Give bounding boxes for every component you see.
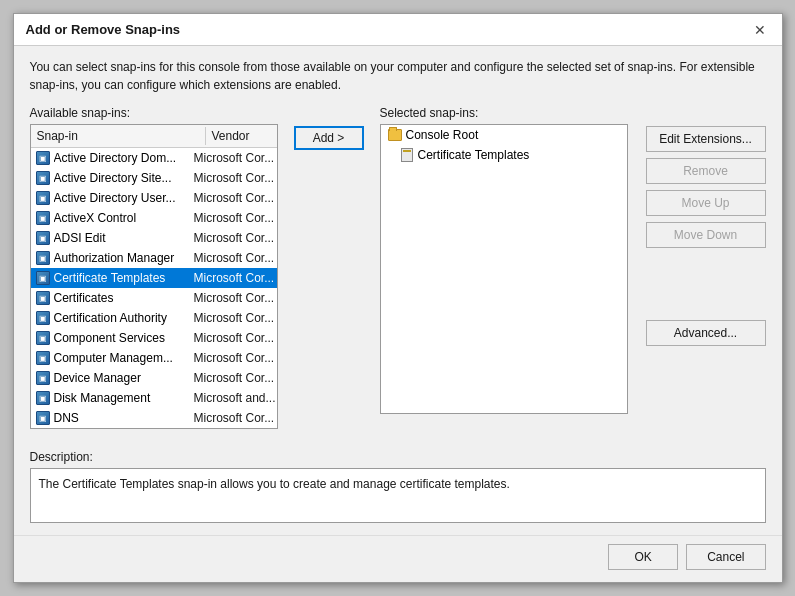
move-up-button[interactable]: Move Up [646, 190, 766, 216]
available-list-item[interactable]: ▣CertificatesMicrosoft Cor... [31, 288, 277, 308]
description-label: Description: [30, 450, 766, 464]
snap-in-icon: ▣ [35, 170, 51, 186]
selected-list: Console RootCertificate Templates [380, 124, 628, 414]
ok-button[interactable]: OK [608, 544, 678, 570]
available-scroll-area[interactable]: ▣Active Directory Dom...Microsoft Cor...… [31, 148, 277, 428]
move-down-button[interactable]: Move Down [646, 222, 766, 248]
snap-in-name: Disk Management [54, 391, 194, 405]
available-panel-label: Available snap-ins: [30, 106, 278, 120]
edit-extensions-button[interactable]: Edit Extensions... [646, 126, 766, 152]
snap-in-icon: ▣ [35, 330, 51, 346]
available-list-item[interactable]: ▣Disk ManagementMicrosoft and... [31, 388, 277, 408]
snap-in-icon: ▣ [35, 190, 51, 206]
middle-panel: Add > [286, 126, 372, 150]
panels-row: Available snap-ins: Snap-in Vendor ▣Acti… [30, 106, 766, 438]
snap-in-vendor: Microsoft and... [194, 391, 277, 405]
snap-in-icon: ▣ [35, 150, 51, 166]
description-section: Description: The Certificate Templates s… [30, 450, 766, 523]
cancel-button[interactable]: Cancel [686, 544, 765, 570]
list-header: Snap-in Vendor [31, 125, 277, 148]
cert-icon [399, 147, 415, 163]
available-list-item[interactable]: ▣Certificate TemplatesMicrosoft Cor... [31, 268, 277, 288]
snap-in-name: Computer Managem... [54, 351, 194, 365]
snap-in-name: Active Directory User... [54, 191, 194, 205]
available-list-item[interactable]: ▣Authorization ManagerMicrosoft Cor... [31, 248, 277, 268]
col-vendor: Vendor [206, 127, 277, 145]
available-list-item[interactable]: ▣DNSMicrosoft Cor... [31, 408, 277, 428]
available-list-item[interactable]: ▣Certification AuthorityMicrosoft Cor... [31, 308, 277, 328]
snap-in-vendor: Microsoft Cor... [194, 271, 277, 285]
snap-in-icon: ▣ [35, 410, 51, 426]
snap-in-name: Device Manager [54, 371, 194, 385]
snap-in-icon: ▣ [35, 210, 51, 226]
snap-in-vendor: Microsoft Cor... [194, 291, 277, 305]
snap-in-icon: ▣ [35, 310, 51, 326]
available-panel: Available snap-ins: Snap-in Vendor ▣Acti… [30, 106, 278, 429]
selected-panel: Selected snap-ins: Console RootCertifica… [380, 106, 628, 414]
selected-item-name: Console Root [406, 128, 479, 142]
snap-in-vendor: Microsoft Cor... [194, 371, 277, 385]
col-snap-in: Snap-in [31, 127, 206, 145]
snap-in-vendor: Microsoft Cor... [194, 351, 277, 365]
snap-in-name: ActiveX Control [54, 211, 194, 225]
snap-in-name: ADSI Edit [54, 231, 194, 245]
available-list-item[interactable]: ▣ActiveX ControlMicrosoft Cor... [31, 208, 277, 228]
snap-in-vendor: Microsoft Cor... [194, 411, 277, 425]
available-list-item[interactable]: ▣Device ManagerMicrosoft Cor... [31, 368, 277, 388]
snap-in-name: Active Directory Dom... [54, 151, 194, 165]
snap-in-name: Active Directory Site... [54, 171, 194, 185]
folder-icon [387, 127, 403, 143]
snap-in-icon: ▣ [35, 270, 51, 286]
snap-in-name: Authorization Manager [54, 251, 194, 265]
snap-in-vendor: Microsoft Cor... [194, 251, 277, 265]
title-bar: Add or Remove Snap-ins ✕ [14, 14, 782, 46]
snap-in-name: DNS [54, 411, 194, 425]
available-list-item[interactable]: ▣Active Directory User...Microsoft Cor..… [31, 188, 277, 208]
advanced-button[interactable]: Advanced... [646, 320, 766, 346]
selected-list-item[interactable]: Certificate Templates [381, 145, 627, 165]
available-list-item[interactable]: ▣Active Directory Site...Microsoft Cor..… [31, 168, 277, 188]
snap-in-icon: ▣ [35, 230, 51, 246]
snap-in-vendor: Microsoft Cor... [194, 211, 277, 225]
remove-button[interactable]: Remove [646, 158, 766, 184]
snap-in-name: Component Services [54, 331, 194, 345]
description-text: The Certificate Templates snap-in allows… [30, 468, 766, 523]
available-list-container: Snap-in Vendor ▣Active Directory Dom...M… [30, 124, 278, 429]
snap-in-icon: ▣ [35, 250, 51, 266]
snap-in-vendor: Microsoft Cor... [194, 311, 277, 325]
snap-in-vendor: Microsoft Cor... [194, 151, 277, 165]
snap-in-name: Certificate Templates [54, 271, 194, 285]
dialog-window: Add or Remove Snap-ins ✕ You can select … [13, 13, 783, 583]
selected-item-name: Certificate Templates [418, 148, 530, 162]
snap-in-vendor: Microsoft Cor... [194, 171, 277, 185]
info-text: You can select snap-ins for this console… [30, 58, 766, 94]
snap-in-icon: ▣ [35, 390, 51, 406]
dialog-title: Add or Remove Snap-ins [26, 22, 181, 37]
snap-in-icon: ▣ [35, 350, 51, 366]
selected-panel-label: Selected snap-ins: [380, 106, 628, 120]
selected-list-item[interactable]: Console Root [381, 125, 627, 145]
dialog-footer: OK Cancel [14, 535, 782, 582]
snap-in-name: Certificates [54, 291, 194, 305]
snap-in-vendor: Microsoft Cor... [194, 331, 277, 345]
snap-in-icon: ▣ [35, 290, 51, 306]
add-button[interactable]: Add > [294, 126, 364, 150]
available-list-item[interactable]: ▣Active Directory Dom...Microsoft Cor... [31, 148, 277, 168]
available-list-item[interactable]: ▣Computer Managem...Microsoft Cor... [31, 348, 277, 368]
snap-in-vendor: Microsoft Cor... [194, 191, 277, 205]
close-button[interactable]: ✕ [750, 20, 770, 40]
available-list-item[interactable]: ▣Component ServicesMicrosoft Cor... [31, 328, 277, 348]
dialog-body: You can select snap-ins for this console… [14, 46, 782, 535]
snap-in-icon: ▣ [35, 370, 51, 386]
action-buttons: Edit Extensions... Remove Move Up Move D… [646, 126, 766, 346]
snap-in-vendor: Microsoft Cor... [194, 231, 277, 245]
snap-in-name: Certification Authority [54, 311, 194, 325]
available-list-item[interactable]: ▣ADSI EditMicrosoft Cor... [31, 228, 277, 248]
